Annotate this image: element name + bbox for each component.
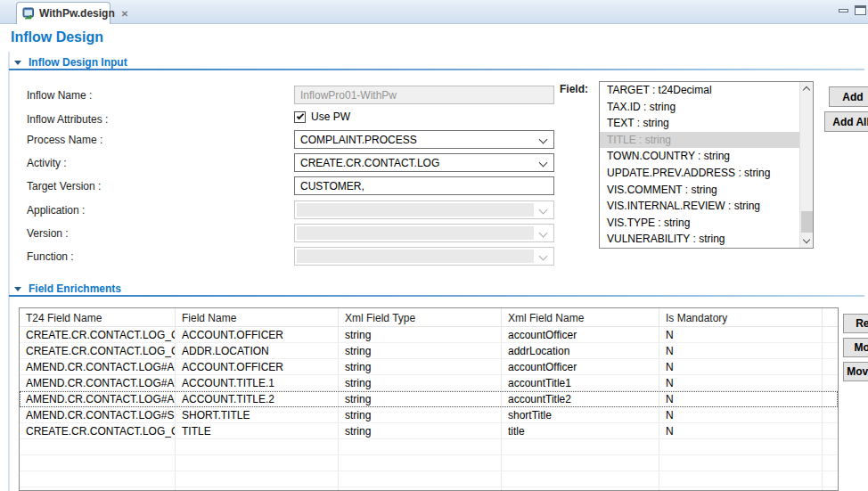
table-side-button[interactable]: Move Up (843, 338, 868, 357)
field-list-item[interactable]: TEXT : string (600, 115, 799, 132)
table-row[interactable]: CREATE.CR.CONTACT.LOG_CCC...ADDR.LOCATIO… (20, 343, 838, 359)
inflow-name-label: Inflow Name : (27, 89, 92, 102)
tab-close-icon[interactable]: ✕ (121, 9, 128, 19)
table-side-button[interactable]: Move Down (843, 362, 868, 381)
table-row[interactable]: AMEND.CR.CONTACT.LOG#AC...ACCOUNT.OFFICE… (20, 359, 838, 375)
section-title: Field Enrichments (29, 282, 121, 295)
add-button[interactable]: Add (829, 86, 868, 107)
collapse-triangle-icon (14, 61, 21, 65)
table-cell: AMEND.CR.CONTACT.LOG#AC... (20, 375, 176, 390)
table-row[interactable]: CREATE.CR.CONTACT.LOG_CCC...ACCOUNT.OFFI… (20, 327, 838, 343)
column-header[interactable] (823, 308, 839, 326)
table-row[interactable] (20, 439, 838, 455)
table-cell: TITLE (176, 423, 339, 438)
field-enrichments-table: T24 Field NameField NameXml Field TypeXm… (19, 307, 839, 491)
tab-label: WithPw.design (39, 7, 115, 20)
table-row[interactable]: AMEND.CR.CONTACT.LOG#AC...ACCOUNT.TITLE.… (20, 391, 838, 407)
checkbox-box-icon (294, 111, 306, 123)
maximize-view-icon[interactable] (855, 5, 866, 15)
column-header[interactable]: Xml Field Name (502, 308, 659, 326)
table-cell: addrLocation (502, 343, 659, 358)
table-cell: ADDR.LOCATION (176, 343, 339, 358)
table-cell (176, 439, 339, 454)
table-cell: CREATE.CR.CONTACT.LOG_CCC... (20, 327, 176, 342)
field-list-item[interactable]: VIS.INTERNAL.REVIEW : string (600, 198, 799, 215)
table-cell (823, 439, 839, 454)
table-cell: string (339, 423, 502, 438)
inflow-name-value: InflowPro01-WithPw (300, 89, 397, 102)
chevron-down-icon (539, 135, 548, 144)
table-cell (823, 423, 839, 438)
use-pw-checkbox[interactable]: Use PW (294, 110, 350, 123)
table-cell (20, 487, 176, 491)
editor-tab-bar (0, 0, 868, 24)
field-list-item[interactable]: VIS.COMMENT : string (600, 182, 799, 199)
table-cell: CREATE.CR.CONTACT.LOG_CCC... (20, 423, 176, 438)
section-field-enrichments[interactable]: Field Enrichments (14, 282, 121, 296)
column-header[interactable]: T24 Field Name (20, 308, 176, 326)
table-row[interactable] (20, 487, 838, 491)
table-row[interactable]: CREATE.CR.CONTACT.LOG_CCC...TITLEstringt… (20, 423, 838, 439)
activity-combo[interactable]: CREATE.CR.CONTACT.LOG (294, 153, 554, 172)
table-side-button[interactable]: Remove (843, 314, 868, 333)
column-header[interactable]: Xml Field Type (339, 308, 502, 326)
field-list-item[interactable]: TAX.ID : string (600, 99, 799, 116)
table-cell: CREATE.CR.CONTACT.LOG_CCC... (20, 343, 176, 358)
checkmark-icon (297, 111, 304, 119)
table-cell: N (659, 407, 823, 422)
chevron-down-icon (539, 159, 548, 168)
table-cell (339, 455, 502, 471)
minimize-view-icon[interactable] (839, 9, 848, 12)
table-cell: ACCOUNT.OFFICER (176, 359, 339, 374)
table-cell (339, 487, 502, 491)
table-row[interactable]: AMEND.CR.CONTACT.LOG#SH...SHORT.TITLEstr… (20, 407, 838, 423)
section-underline (9, 295, 864, 297)
scroll-down-icon[interactable] (800, 234, 814, 248)
table-cell: N (659, 327, 823, 342)
field-list-item[interactable]: TARGET : t24Decimal (600, 82, 799, 99)
field-list-item[interactable]: TITLE : string (600, 132, 799, 149)
table-cell (823, 343, 839, 358)
application-combo (294, 200, 554, 219)
table-cell: accountTitle2 (502, 391, 659, 406)
use-pw-checkbox-label: Use PW (311, 110, 350, 123)
field-list-item[interactable]: TOWN.COUNTRY : string (600, 148, 799, 165)
table-cell (659, 487, 823, 491)
column-header[interactable]: Field Name (176, 308, 339, 326)
table-cell: ACCOUNT.OFFICER (176, 327, 339, 342)
chevron-down-icon (539, 206, 548, 215)
table-cell (823, 375, 839, 390)
scrollbar-thumb[interactable] (801, 211, 813, 233)
add-all-button[interactable]: Add All (824, 111, 868, 132)
process-name-combo[interactable]: COMPLAINT.PROCESS (294, 130, 554, 149)
table-row[interactable]: AMEND.CR.CONTACT.LOG#AC...ACCOUNT.TITLE.… (20, 375, 838, 391)
field-list-item[interactable]: UPDATE.PREV.ADDRESS : string (600, 165, 799, 182)
section-inflow-design-input[interactable]: Inflow Design Input (14, 55, 127, 70)
scroll-up-icon[interactable] (800, 82, 814, 95)
table-cell (339, 471, 502, 487)
table-cell: ACCOUNT.TITLE.1 (176, 375, 339, 390)
editor-tab-withpw-design[interactable]: WithPw.design ✕ (16, 2, 111, 24)
field-list-scrollbar[interactable] (799, 82, 813, 248)
table-row[interactable] (20, 471, 838, 487)
field-list-item[interactable]: VIS.TYPE : string (600, 215, 799, 232)
column-header[interactable]: Is Mandatory (659, 308, 823, 326)
table-cell (502, 455, 659, 471)
table-cell (502, 439, 659, 454)
table-body: CREATE.CR.CONTACT.LOG_CCC...ACCOUNT.OFFI… (20, 327, 838, 491)
field-list-item[interactable]: VULNERABILITY : string (600, 231, 799, 248)
section-title: Inflow Design Input (29, 56, 127, 69)
table-cell: N (659, 391, 823, 406)
function-combo (294, 247, 554, 266)
table-cell (176, 487, 339, 491)
table-cell (20, 471, 176, 487)
section-underline (9, 69, 864, 70)
collapse-triangle-icon (14, 287, 21, 291)
table-cell: string (339, 343, 502, 358)
table-cell: accountTitle1 (502, 375, 659, 390)
table-cell (823, 327, 839, 342)
version-combo (294, 224, 554, 242)
table-cell (176, 471, 339, 487)
target-version-input[interactable]: CUSTOMER, (294, 176, 554, 195)
table-row[interactable] (20, 455, 838, 471)
